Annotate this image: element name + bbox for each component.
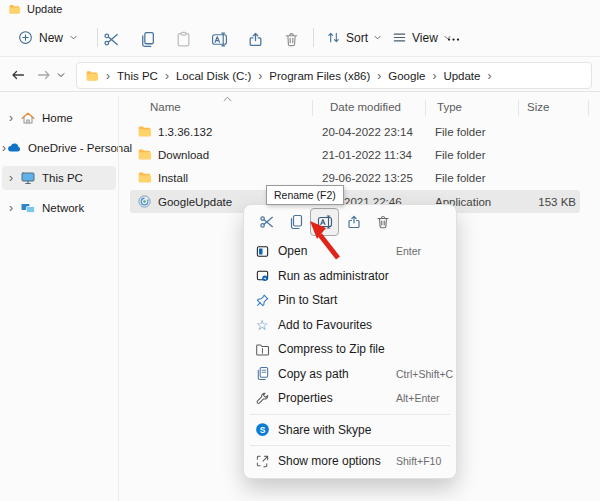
- menu-item-label: Copy as path: [278, 367, 349, 381]
- menu-item-pin-to-start[interactable]: Pin to Start: [244, 288, 456, 313]
- window-titlebar: Update: [0, 0, 600, 18]
- copy-menu-button[interactable]: [281, 208, 310, 236]
- paste-button[interactable]: [170, 27, 196, 51]
- new-button[interactable]: New: [14, 25, 82, 50]
- file-name: Download: [158, 149, 209, 161]
- trash-icon: [283, 31, 300, 48]
- delete-button[interactable]: [278, 27, 304, 51]
- more-options-button[interactable]: [440, 27, 466, 51]
- menu-item-shortcut: Ctrl+Shift+C: [396, 368, 453, 380]
- breadcrumb-separator: ›: [106, 70, 110, 82]
- menu-item-shortcut: Alt+Enter: [396, 392, 439, 404]
- share-button[interactable]: [242, 27, 268, 51]
- menu-item-add-to-favourites[interactable]: ☆ Add to Favourites: [244, 313, 456, 338]
- breadcrumb-item-google[interactable]: Google: [388, 70, 425, 82]
- onedrive-cloud-icon: [6, 140, 22, 156]
- menu-item-compress-to-zip[interactable]: Compress to Zip file: [244, 337, 456, 362]
- sidebar-item-label: OneDrive - Personal: [28, 142, 132, 154]
- menu-item-copy-as-path[interactable]: Copy as path Ctrl+Shift+C: [244, 362, 456, 387]
- sidebar-item-home[interactable]: › Home: [2, 106, 116, 130]
- copy-button[interactable]: [134, 27, 160, 51]
- file-name: GoogleUpdate: [158, 196, 232, 208]
- plus-circle-icon: [18, 30, 33, 45]
- table-row[interactable]: 1.3.36.132 20-04-2022 23:14 File folder: [130, 120, 580, 143]
- cut-menu-button[interactable]: [252, 208, 281, 236]
- view-lines-icon: [392, 30, 407, 45]
- sidebar-item-this-pc[interactable]: › This PC: [2, 166, 116, 190]
- column-header-size[interactable]: Size: [527, 101, 549, 113]
- new-button-label: New: [39, 31, 63, 45]
- open-window-icon: [254, 243, 270, 259]
- google-update-app-icon: [137, 194, 152, 209]
- file-name: 1.3.36.132: [158, 126, 212, 138]
- forward-button[interactable]: [33, 66, 55, 84]
- rename-menu-button[interactable]: [310, 208, 339, 236]
- sidebar-item-network[interactable]: › Network: [2, 196, 116, 220]
- menu-separator: [250, 414, 450, 415]
- arrow-right-icon: [36, 67, 52, 83]
- menu-item-show-more-options[interactable]: Show more options Shift+F10: [244, 449, 456, 474]
- breadcrumb-item-local-disk[interactable]: Local Disk (C:): [176, 70, 251, 82]
- rename-tooltip: Rename (F2): [266, 185, 344, 205]
- breadcrumb-separator: ›: [377, 70, 381, 82]
- sort-button[interactable]: Sort: [322, 25, 386, 50]
- breadcrumb-separator: ›: [258, 70, 262, 82]
- chevron-down-icon: [56, 70, 66, 80]
- menu-item-share-with-skype[interactable]: S Share with Skype: [244, 418, 456, 443]
- column-resize-handle[interactable]: [425, 100, 426, 116]
- ellipsis-icon: [446, 32, 461, 47]
- chevron-right-icon[interactable]: ›: [2, 171, 20, 185]
- folder-icon: [137, 124, 152, 138]
- recent-locations-button[interactable]: [53, 66, 69, 84]
- folder-icon: [137, 170, 152, 184]
- menu-item-label: Compress to Zip file: [278, 342, 385, 356]
- share-icon: [346, 214, 362, 230]
- column-resize-handle[interactable]: [518, 100, 519, 116]
- rename-button[interactable]: [206, 27, 232, 51]
- sidebar-item-onedrive[interactable]: › OneDrive - Personal: [2, 136, 116, 160]
- table-row[interactable]: Install 29-06-2022 13:25 File folder: [130, 166, 580, 189]
- trash-icon: [375, 214, 391, 230]
- column-resize-handle[interactable]: [588, 100, 589, 116]
- share-menu-button[interactable]: [339, 208, 368, 236]
- menu-item-label: Run as administrator: [278, 269, 389, 283]
- folder-icon: [137, 147, 152, 161]
- run-as-admin-icon: [254, 268, 270, 284]
- network-icon: [20, 200, 36, 216]
- table-row[interactable]: Download 21-01-2022 11:34 File folder: [130, 143, 580, 166]
- menu-item-label: Properties: [278, 391, 333, 405]
- delete-menu-button[interactable]: [368, 208, 397, 236]
- menu-item-run-as-administrator[interactable]: Run as administrator: [244, 264, 456, 289]
- breadcrumb-item-update[interactable]: Update: [443, 70, 480, 82]
- breadcrumb-item-program-files[interactable]: Program Files (x86): [269, 70, 370, 82]
- copy-icon: [139, 31, 156, 48]
- svg-text:S: S: [259, 425, 265, 435]
- cut-button[interactable]: [98, 27, 124, 51]
- star-icon: ☆: [254, 317, 270, 333]
- menu-item-shortcut: Enter: [396, 245, 421, 257]
- menu-item-label: Show more options: [278, 454, 381, 468]
- menu-item-label: Add to Favourites: [278, 318, 372, 332]
- home-icon: [20, 110, 36, 126]
- sidebar-item-label: Network: [42, 202, 84, 214]
- share-icon: [247, 31, 264, 48]
- folder-icon: [8, 3, 21, 15]
- column-resize-handle[interactable]: [312, 100, 313, 116]
- menu-item-properties[interactable]: Properties Alt+Enter: [244, 386, 456, 411]
- back-button[interactable]: [7, 66, 29, 84]
- menu-item-label: Share with Skype: [278, 423, 371, 437]
- chevron-right-icon[interactable]: ›: [2, 201, 20, 215]
- file-date-modified: 29-06-2022 13:25: [322, 172, 413, 184]
- folder-icon: [85, 69, 99, 82]
- copy-as-path-icon: [254, 366, 270, 382]
- breadcrumb-item-this-pc[interactable]: This PC: [117, 70, 158, 82]
- chevron-right-icon[interactable]: ›: [2, 111, 20, 125]
- chevron-down-icon: [69, 33, 78, 42]
- context-menu-icon-row: [244, 205, 456, 239]
- column-header-name[interactable]: Name: [150, 101, 181, 113]
- sidebar-item-label: Home: [42, 112, 73, 124]
- column-header-date-modified[interactable]: Date modified: [330, 101, 401, 113]
- breadcrumb[interactable]: › This PC › Local Disk (C:) › Program Fi…: [76, 62, 592, 89]
- column-header-type[interactable]: Type: [437, 101, 462, 113]
- menu-item-open[interactable]: Open Enter: [244, 239, 456, 264]
